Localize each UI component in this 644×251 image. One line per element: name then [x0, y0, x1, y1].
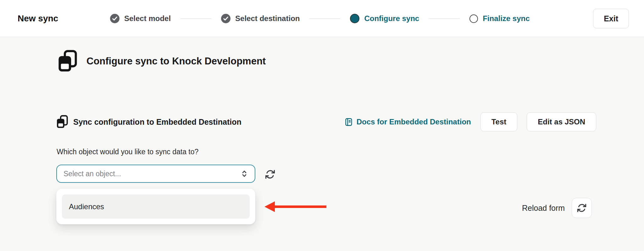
page-title: New sync — [18, 0, 58, 37]
step-divider — [429, 18, 460, 19]
destination-icon — [58, 50, 77, 73]
step-label: Configure sync — [364, 14, 419, 23]
check-icon — [221, 14, 230, 23]
object-question-label: Which object would you like to sync data… — [57, 148, 198, 156]
active-step-dot-icon — [350, 14, 359, 23]
step-select-destination[interactable]: Select destination — [221, 14, 300, 23]
chevron-up-down-icon — [240, 169, 249, 178]
section-actions: Docs for Embedded Destination Test Edit … — [344, 112, 596, 131]
reload-form-row: Reload form — [522, 198, 592, 218]
step-select-model[interactable]: Select model — [110, 14, 171, 23]
check-icon — [110, 14, 119, 23]
exit-button[interactable]: Exit — [593, 9, 629, 28]
reload-form-button[interactable] — [572, 198, 592, 218]
refresh-icon — [577, 203, 587, 213]
sync-config-section-header: Sync configuration to Embedded Destinati… — [56, 112, 596, 132]
reload-form-label: Reload form — [522, 204, 565, 213]
object-select[interactable]: Select an object... — [56, 165, 255, 183]
step-label: Select destination — [235, 14, 300, 23]
top-bar: New sync Select model Select destination… — [0, 0, 644, 37]
destination-icon-small — [56, 115, 68, 129]
empty-step-circle-icon — [469, 14, 478, 23]
edit-as-json-button[interactable]: Edit as JSON — [527, 112, 596, 131]
hero-title: Configure sync to Knock Development — [86, 56, 266, 67]
step-divider — [180, 18, 212, 19]
docs-link[interactable]: Docs for Embedded Destination — [344, 117, 471, 127]
dropdown-option-audiences[interactable]: Audiences — [62, 194, 250, 219]
test-button[interactable]: Test — [480, 112, 518, 131]
hero-header: Configure sync to Knock Development — [58, 50, 266, 73]
step-finalize-sync[interactable]: Finalize sync — [469, 14, 530, 23]
book-icon — [344, 117, 353, 127]
select-placeholder: Select an object... — [64, 170, 240, 178]
section-title: Sync configuration to Embedded Destinati… — [73, 117, 242, 127]
step-configure-sync[interactable]: Configure sync — [350, 14, 419, 23]
wizard-stepper: Select model Select destination Configur… — [110, 0, 530, 37]
docs-link-label: Docs for Embedded Destination — [357, 117, 471, 126]
step-label: Select model — [124, 14, 171, 23]
step-divider — [309, 18, 341, 19]
refresh-objects-icon[interactable] — [265, 169, 275, 180]
section-title-group: Sync configuration to Embedded Destinati… — [56, 115, 242, 129]
object-dropdown: Audiences — [56, 189, 255, 224]
annotation-arrow-shaft — [274, 205, 326, 208]
step-label: Finalize sync — [483, 14, 530, 23]
